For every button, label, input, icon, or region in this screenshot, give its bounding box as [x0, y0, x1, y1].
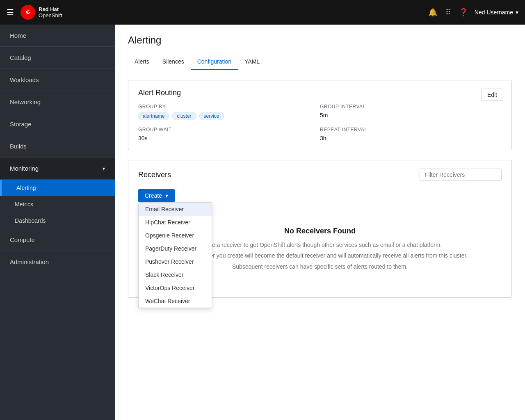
user-chevron-icon: ▾	[516, 9, 518, 16]
help-icon[interactable]: ❓	[459, 8, 468, 17]
tab-configuration[interactable]: Configuration	[191, 54, 238, 70]
repeat-interval-label: REPEAT INTERVAL	[320, 127, 502, 132]
tab-silences[interactable]: Silences	[156, 54, 191, 70]
dropdown-item-victorops[interactable]: VictorOps Receiver	[139, 281, 212, 294]
alert-routing-title: Alert Routing	[138, 89, 502, 97]
sidebar-sub-item-dashboards[interactable]: Dashboards	[0, 212, 115, 229]
create-dropdown: Email Receiver HipChat Receiver Opsgenie…	[138, 202, 212, 308]
sidebar-sub-item-alerting[interactable]: Alerting	[0, 180, 115, 196]
group-interval-value: 5m	[320, 112, 502, 119]
sidebar-item-storage-label: Storage	[10, 121, 32, 128]
group-interval-field: GROUP INTERVAL 5m	[320, 104, 502, 120]
sidebar-item-administration-label: Administration	[10, 258, 49, 265]
dropdown-item-pagerduty[interactable]: PagerDuty Receiver	[139, 242, 212, 255]
main-content: Alerting Alerts Silences Configuration Y…	[115, 25, 525, 420]
tag-cluster: cluster	[172, 112, 196, 120]
tab-yaml[interactable]: YAML	[238, 54, 266, 70]
dropdown-item-slack[interactable]: Slack Receiver	[139, 268, 212, 281]
tag-service: service	[199, 112, 224, 120]
hamburger-menu[interactable]: ☰	[7, 7, 14, 17]
edit-routing-button[interactable]: Edit	[481, 89, 503, 101]
dropdown-item-email[interactable]: Email Receiver	[139, 203, 212, 216]
sidebar-item-compute-label: Compute	[10, 236, 35, 243]
repeat-interval-value: 3h	[320, 135, 502, 142]
dropdown-item-hipchat[interactable]: HipChat Receiver	[139, 216, 212, 229]
sidebar-item-monitoring-label: Monitoring	[10, 165, 39, 172]
monitoring-chevron-icon: ▾	[103, 166, 105, 171]
sidebar-sub-item-metrics[interactable]: Metrics	[0, 196, 115, 212]
group-wait-label: GROUP WAIT	[138, 127, 320, 132]
sidebar-sub-item-metrics-label: Metrics	[15, 201, 33, 208]
filter-receivers-input[interactable]	[420, 169, 502, 181]
sidebar-item-monitoring[interactable]: Monitoring ▾	[0, 158, 115, 180]
topnav-icons: 🔔 ⠿ ❓	[428, 8, 468, 17]
group-wait-field: GROUP WAIT 30s	[138, 127, 320, 142]
dropdown-item-opsgenie[interactable]: Opsgenie Receiver	[139, 229, 212, 242]
sidebar-item-storage[interactable]: Storage	[0, 113, 115, 135]
sidebar: Home Catalog Workloads Networking Storag…	[0, 25, 115, 420]
group-interval-label: GROUP INTERVAL	[320, 104, 502, 110]
alert-routing-section: Alert Routing Edit GROUP BY alertname cl…	[128, 80, 512, 150]
sidebar-item-networking-label: Networking	[10, 98, 41, 105]
sidebar-item-networking[interactable]: Networking	[0, 91, 115, 113]
group-by-field: GROUP BY alertname cluster service	[138, 104, 320, 120]
receivers-title: Receivers	[138, 171, 171, 179]
page-title: Alerting	[128, 34, 512, 46]
dropdown-item-pushover[interactable]: Pushover Receiver	[139, 255, 212, 268]
group-by-label: GROUP BY	[138, 104, 320, 110]
notifications-icon[interactable]: 🔔	[428, 8, 437, 17]
create-receiver-button[interactable]: Create ▾	[138, 189, 175, 202]
topnav: ☰ Red Hat OpenShift 🔔 ⠿ ❓ Ned Username ▾	[0, 0, 525, 25]
tabs-bar: Alerts Silences Configuration YAML	[128, 54, 512, 70]
grid-icon[interactable]: ⠿	[445, 8, 451, 17]
redhat-logo-icon	[21, 5, 35, 20]
sidebar-item-workloads[interactable]: Workloads	[0, 69, 115, 91]
sidebar-item-catalog-label: Catalog	[10, 54, 31, 61]
sidebar-item-builds[interactable]: Builds	[0, 135, 115, 158]
sidebar-item-home-label: Home	[10, 32, 26, 39]
sidebar-item-catalog[interactable]: Catalog	[0, 47, 115, 69]
sidebar-item-administration[interactable]: Administration	[0, 251, 115, 273]
create-button-wrapper: Create ▾ Email Receiver HipChat Receiver…	[138, 189, 175, 202]
receivers-header: Receivers	[138, 169, 502, 181]
logo: Red Hat OpenShift	[21, 5, 62, 20]
sidebar-item-workloads-label: Workloads	[10, 76, 39, 83]
logo-text: Red Hat OpenShift	[39, 6, 62, 18]
sidebar-sub-item-alerting-label: Alerting	[16, 185, 36, 191]
dropdown-item-wechat[interactable]: WeChat Receiver	[139, 294, 212, 308]
create-label: Create	[145, 192, 162, 199]
tag-alertname: alertname	[138, 112, 169, 120]
sidebar-item-compute[interactable]: Compute	[0, 229, 115, 251]
user-menu[interactable]: Ned Username ▾	[475, 9, 518, 16]
routing-grid: GROUP BY alertname cluster service GROUP…	[138, 104, 502, 142]
sidebar-sub-item-dashboards-label: Dashboards	[15, 217, 46, 224]
receivers-section: Receivers Create ▾ Email Receiver HipCha…	[128, 160, 512, 298]
group-by-tags: alertname cluster service	[138, 112, 320, 120]
group-wait-value: 30s	[138, 135, 320, 142]
create-chevron-icon: ▾	[165, 192, 168, 199]
repeat-interval-field: REPEAT INTERVAL 3h	[320, 127, 502, 142]
svg-point-0	[21, 5, 35, 20]
sidebar-item-builds-label: Builds	[10, 143, 27, 150]
tab-alerts[interactable]: Alerts	[128, 54, 156, 70]
username-label: Ned Username	[475, 9, 513, 16]
sidebar-item-home[interactable]: Home	[0, 25, 115, 47]
